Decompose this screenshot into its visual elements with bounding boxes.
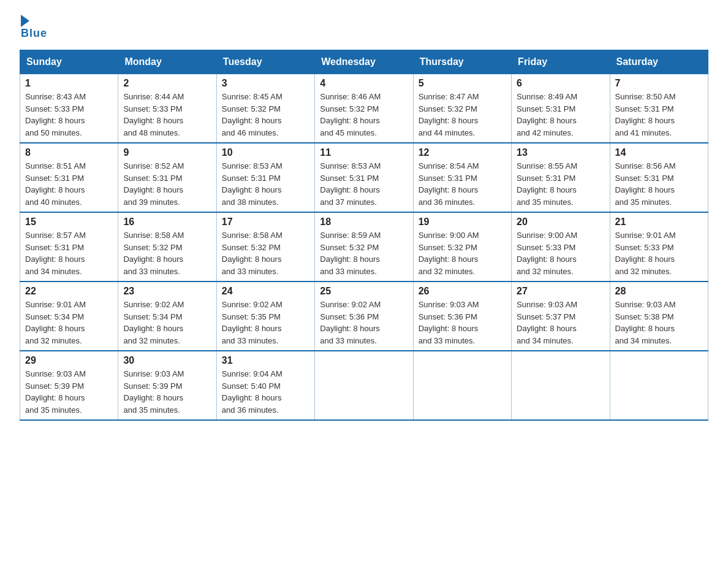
day-of-week-header: Thursday — [413, 50, 511, 74]
calendar-cell: 6 Sunrise: 8:49 AM Sunset: 5:31 PM Dayli… — [512, 74, 610, 144]
calendar-cell: 29 Sunrise: 9:03 AM Sunset: 5:39 PM Dayl… — [20, 351, 118, 420]
logo-subtitle: Blue — [21, 27, 47, 40]
day-of-week-header: Tuesday — [216, 50, 314, 74]
calendar-cell: 13 Sunrise: 8:55 AM Sunset: 5:31 PM Dayl… — [512, 143, 610, 212]
calendar-header-row: SundayMondayTuesdayWednesdayThursdayFrid… — [20, 50, 708, 74]
day-number: 10 — [222, 147, 309, 158]
calendar-table: SundayMondayTuesdayWednesdayThursdayFrid… — [20, 50, 708, 421]
day-number: 17 — [222, 216, 309, 228]
calendar-cell: 22 Sunrise: 9:01 AM Sunset: 5:34 PM Dayl… — [20, 282, 118, 351]
calendar-cell: 31 Sunrise: 9:04 AM Sunset: 5:40 PM Dayl… — [216, 351, 314, 420]
day-info: Sunrise: 8:59 AM Sunset: 5:32 PM Dayligh… — [320, 229, 408, 277]
day-info: Sunrise: 8:47 AM Sunset: 5:32 PM Dayligh… — [419, 91, 506, 139]
calendar-cell — [315, 351, 413, 420]
calendar-cell: 11 Sunrise: 8:53 AM Sunset: 5:31 PM Dayl… — [315, 143, 413, 212]
day-info: Sunrise: 9:00 AM Sunset: 5:32 PM Dayligh… — [419, 229, 506, 277]
calendar-cell: 12 Sunrise: 8:54 AM Sunset: 5:31 PM Dayl… — [413, 143, 511, 212]
day-number: 26 — [419, 286, 506, 297]
page-header: Blue — [20, 15, 708, 40]
calendar-cell: 28 Sunrise: 9:03 AM Sunset: 5:38 PM Dayl… — [610, 282, 708, 351]
calendar-cell — [512, 351, 610, 420]
calendar-cell: 5 Sunrise: 8:47 AM Sunset: 5:32 PM Dayli… — [413, 74, 511, 144]
day-info: Sunrise: 9:03 AM Sunset: 5:38 PM Dayligh… — [615, 299, 703, 347]
day-of-week-header: Wednesday — [315, 50, 413, 74]
day-number: 24 — [222, 286, 309, 297]
calendar-cell: 2 Sunrise: 8:44 AM Sunset: 5:33 PM Dayli… — [118, 74, 216, 144]
day-of-week-header: Monday — [118, 50, 216, 74]
day-number: 21 — [615, 216, 703, 228]
day-number: 12 — [419, 147, 506, 158]
calendar-cell: 19 Sunrise: 9:00 AM Sunset: 5:32 PM Dayl… — [413, 212, 511, 282]
day-info: Sunrise: 8:52 AM Sunset: 5:31 PM Dayligh… — [123, 160, 211, 208]
calendar-cell: 26 Sunrise: 9:03 AM Sunset: 5:36 PM Dayl… — [413, 282, 511, 351]
day-number: 3 — [222, 78, 309, 89]
day-number: 8 — [25, 147, 113, 158]
day-number: 16 — [123, 216, 211, 228]
calendar-cell: 25 Sunrise: 9:02 AM Sunset: 5:36 PM Dayl… — [315, 282, 413, 351]
calendar-cell: 10 Sunrise: 8:53 AM Sunset: 5:31 PM Dayl… — [216, 143, 314, 212]
day-info: Sunrise: 8:46 AM Sunset: 5:32 PM Dayligh… — [320, 91, 408, 139]
day-info: Sunrise: 8:58 AM Sunset: 5:32 PM Dayligh… — [123, 229, 211, 277]
day-info: Sunrise: 8:43 AM Sunset: 5:33 PM Dayligh… — [25, 91, 113, 139]
day-info: Sunrise: 8:49 AM Sunset: 5:31 PM Dayligh… — [517, 91, 604, 139]
day-number: 2 — [123, 78, 211, 89]
day-info: Sunrise: 8:53 AM Sunset: 5:31 PM Dayligh… — [222, 160, 309, 208]
day-info: Sunrise: 8:57 AM Sunset: 5:31 PM Dayligh… — [25, 229, 113, 277]
day-info: Sunrise: 8:45 AM Sunset: 5:32 PM Dayligh… — [222, 91, 309, 139]
week-row: 22 Sunrise: 9:01 AM Sunset: 5:34 PM Dayl… — [20, 282, 708, 351]
calendar-cell — [610, 351, 708, 420]
week-row: 15 Sunrise: 8:57 AM Sunset: 5:31 PM Dayl… — [20, 212, 708, 282]
day-info: Sunrise: 8:54 AM Sunset: 5:31 PM Dayligh… — [419, 160, 506, 208]
logo-text — [20, 15, 31, 27]
day-number: 5 — [419, 78, 506, 89]
calendar-cell: 20 Sunrise: 9:00 AM Sunset: 5:33 PM Dayl… — [512, 212, 610, 282]
day-info: Sunrise: 8:44 AM Sunset: 5:33 PM Dayligh… — [123, 91, 211, 139]
day-number: 19 — [419, 216, 506, 228]
day-info: Sunrise: 8:58 AM Sunset: 5:32 PM Dayligh… — [222, 229, 309, 277]
day-info: Sunrise: 9:02 AM Sunset: 5:36 PM Dayligh… — [320, 299, 408, 347]
day-number: 22 — [25, 286, 113, 297]
day-number: 20 — [517, 216, 604, 228]
week-row: 29 Sunrise: 9:03 AM Sunset: 5:39 PM Dayl… — [20, 351, 708, 420]
day-number: 4 — [320, 78, 408, 89]
day-number: 6 — [517, 78, 604, 89]
calendar-cell: 1 Sunrise: 8:43 AM Sunset: 5:33 PM Dayli… — [20, 74, 118, 144]
day-of-week-header: Sunday — [20, 50, 118, 74]
day-number: 25 — [320, 286, 408, 297]
day-number: 31 — [222, 355, 309, 366]
day-number: 9 — [123, 147, 211, 158]
day-info: Sunrise: 9:04 AM Sunset: 5:40 PM Dayligh… — [222, 368, 309, 416]
week-row: 1 Sunrise: 8:43 AM Sunset: 5:33 PM Dayli… — [20, 74, 708, 144]
day-info: Sunrise: 8:50 AM Sunset: 5:31 PM Dayligh… — [615, 91, 703, 139]
day-of-week-header: Friday — [512, 50, 610, 74]
calendar-cell — [413, 351, 511, 420]
day-info: Sunrise: 9:03 AM Sunset: 5:39 PM Dayligh… — [123, 368, 211, 416]
day-number: 28 — [615, 286, 703, 297]
logo-arrow-icon — [21, 15, 29, 27]
day-info: Sunrise: 8:51 AM Sunset: 5:31 PM Dayligh… — [25, 160, 113, 208]
day-info: Sunrise: 8:56 AM Sunset: 5:31 PM Dayligh… — [615, 160, 703, 208]
calendar-cell: 16 Sunrise: 8:58 AM Sunset: 5:32 PM Dayl… — [118, 212, 216, 282]
calendar-cell: 4 Sunrise: 8:46 AM Sunset: 5:32 PM Dayli… — [315, 74, 413, 144]
day-info: Sunrise: 9:01 AM Sunset: 5:33 PM Dayligh… — [615, 229, 703, 277]
calendar-cell: 17 Sunrise: 8:58 AM Sunset: 5:32 PM Dayl… — [216, 212, 314, 282]
calendar-cell: 15 Sunrise: 8:57 AM Sunset: 5:31 PM Dayl… — [20, 212, 118, 282]
day-number: 18 — [320, 216, 408, 228]
day-number: 14 — [615, 147, 703, 158]
calendar-cell: 8 Sunrise: 8:51 AM Sunset: 5:31 PM Dayli… — [20, 143, 118, 212]
day-number: 29 — [25, 355, 113, 366]
day-number: 27 — [517, 286, 604, 297]
day-info: Sunrise: 9:03 AM Sunset: 5:36 PM Dayligh… — [419, 299, 506, 347]
day-info: Sunrise: 9:02 AM Sunset: 5:35 PM Dayligh… — [222, 299, 309, 347]
day-info: Sunrise: 8:53 AM Sunset: 5:31 PM Dayligh… — [320, 160, 408, 208]
calendar-cell: 7 Sunrise: 8:50 AM Sunset: 5:31 PM Dayli… — [610, 74, 708, 144]
day-info: Sunrise: 9:03 AM Sunset: 5:39 PM Dayligh… — [25, 368, 113, 416]
day-info: Sunrise: 9:02 AM Sunset: 5:34 PM Dayligh… — [123, 299, 211, 347]
logo: Blue — [20, 15, 47, 40]
calendar-cell: 24 Sunrise: 9:02 AM Sunset: 5:35 PM Dayl… — [216, 282, 314, 351]
calendar-cell: 3 Sunrise: 8:45 AM Sunset: 5:32 PM Dayli… — [216, 74, 314, 144]
day-number: 1 — [25, 78, 113, 89]
day-info: Sunrise: 9:00 AM Sunset: 5:33 PM Dayligh… — [517, 229, 604, 277]
calendar-cell: 23 Sunrise: 9:02 AM Sunset: 5:34 PM Dayl… — [118, 282, 216, 351]
calendar-cell: 9 Sunrise: 8:52 AM Sunset: 5:31 PM Dayli… — [118, 143, 216, 212]
